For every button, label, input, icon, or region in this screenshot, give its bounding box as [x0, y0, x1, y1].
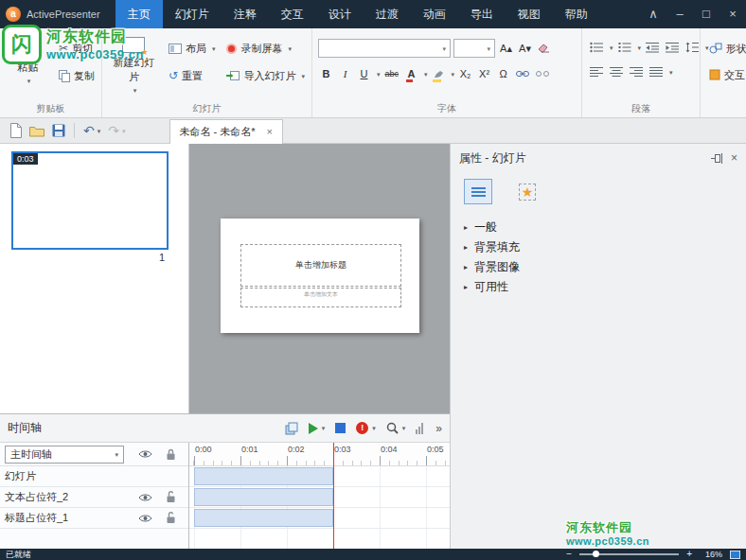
undo-dropdown-icon[interactable]: ▾ — [98, 128, 101, 134]
section-background-fill[interactable]: ▸ 背景填充 — [451, 237, 746, 257]
zoom-slider-thumb[interactable] — [593, 551, 599, 557]
redo-button[interactable]: ↷ ▾ — [104, 119, 129, 142]
tab-design[interactable]: 设计 — [316, 0, 364, 28]
decrease-indent-button[interactable] — [644, 39, 661, 56]
tab-home[interactable]: 主页 — [115, 0, 163, 28]
tab-view[interactable]: 视图 — [506, 0, 553, 28]
import-slides-dropdown-icon[interactable]: ▾ — [301, 73, 305, 79]
align-left-button[interactable] — [588, 63, 605, 80]
track-row-text-placeholder[interactable]: 文本占位符_2 — [0, 487, 188, 508]
underline-button[interactable]: U — [356, 65, 372, 82]
tab-close-icon[interactable]: × — [267, 126, 273, 137]
collapse-ribbon-icon[interactable]: ∧ — [640, 0, 666, 28]
section-background-image[interactable]: ▸ 背景图像 — [451, 257, 746, 277]
font-size-select[interactable]: ▾ — [453, 39, 495, 58]
shapes-button[interactable]: 形状 — [706, 39, 746, 58]
timeline-selector[interactable]: 主时间轴 ▾ — [5, 446, 124, 464]
track-row-slide[interactable]: 幻灯片 — [0, 466, 188, 487]
pin-icon[interactable] — [711, 153, 723, 164]
zoom-dropdown-icon[interactable]: ▾ — [402, 425, 406, 431]
new-slide-dropdown-icon[interactable]: ▾ — [133, 87, 137, 94]
align-right-button[interactable] — [628, 63, 645, 80]
align-center-button[interactable] — [608, 63, 625, 80]
visibility-toggle[interactable] — [133, 514, 158, 523]
new-slide-button[interactable]: ★ 新建幻灯片 ▾ — [108, 32, 160, 102]
fit-to-window-icon[interactable] — [730, 551, 740, 559]
cut-button[interactable]: ✂ 剪切 — [56, 39, 98, 58]
timeline-ruler[interactable]: 0:00 0:01 0:02 0:03 0:04 0:05 — [189, 443, 450, 466]
section-accessibility[interactable]: ▸ 可用性 — [451, 277, 746, 297]
font-family-select[interactable]: ▾ — [318, 39, 451, 58]
tab-export[interactable]: 导出 — [458, 0, 506, 28]
lock-toggle[interactable] — [158, 512, 184, 524]
slide-thumbnail[interactable]: 0:03 — [11, 151, 169, 250]
zoom-in-button[interactable]: + — [686, 550, 692, 559]
title-placeholder[interactable]: 单击增加标题 — [240, 244, 401, 287]
highlight-dropdown-icon[interactable]: ▾ — [452, 71, 455, 78]
layout-dropdown-icon[interactable]: ▾ — [212, 45, 216, 52]
underline-dropdown-icon[interactable]: ▾ — [377, 71, 381, 78]
track-row-title-placeholder[interactable]: 标题占位符_1 — [0, 508, 188, 529]
timeline-clip-slide[interactable] — [194, 467, 333, 485]
bullet-list-button[interactable] — [588, 39, 605, 56]
timeline-clip-text-placeholder[interactable] — [194, 488, 333, 506]
grow-font-button[interactable]: A▴ — [498, 40, 514, 57]
timeline-clip-title-placeholder[interactable] — [194, 509, 333, 527]
reset-button[interactable]: ↺ 重置 — [166, 66, 219, 85]
subscript-button[interactable]: X₂ — [457, 65, 473, 82]
minimize-button[interactable]: – — [666, 0, 693, 28]
paste-button[interactable]: 粘贴 ▾ — [6, 32, 50, 102]
import-slides-button[interactable]: 导入幻灯片 ▾ — [223, 66, 308, 85]
increase-indent-button[interactable] — [664, 39, 681, 56]
play-dropdown-icon[interactable]: ▾ — [322, 425, 326, 431]
symbol-button[interactable]: Ω — [495, 65, 511, 82]
playhead[interactable] — [333, 443, 334, 549]
layout-button[interactable]: 布局 ▾ — [166, 39, 219, 58]
stop-button[interactable] — [333, 423, 347, 433]
slide-editing-area[interactable]: 单击增加标题 单击增加文本 — [221, 219, 419, 333]
record-dropdown-icon[interactable]: ▾ — [372, 425, 376, 431]
tab-interactivity[interactable]: ★ — [513, 179, 542, 204]
copy-button[interactable]: 复制 — [56, 66, 98, 85]
tab-slide-properties[interactable] — [464, 179, 492, 204]
timeline-zoom-button[interactable]: ▾ — [384, 422, 408, 434]
visibility-toggle[interactable] — [133, 493, 158, 502]
section-general[interactable]: ▸ 一般 — [451, 218, 746, 237]
font-color-dropdown-icon[interactable]: ▾ — [424, 71, 428, 78]
save-button[interactable] — [48, 119, 69, 142]
clear-formatting-button[interactable] — [536, 40, 552, 57]
panel-close-icon[interactable]: × — [731, 151, 737, 165]
audio-level-button[interactable] — [414, 423, 425, 434]
bullet-list-dropdown-icon[interactable]: ▾ — [610, 44, 613, 51]
numbered-list-button[interactable] — [616, 39, 633, 56]
play-button[interactable]: ▾ — [307, 423, 328, 434]
document-tab[interactable]: 未命名 - 未命名* × — [169, 119, 284, 144]
open-project-button[interactable] — [26, 119, 48, 142]
text-placeholder[interactable]: 单击增加文本 — [240, 288, 401, 307]
remove-hyperlink-button[interactable] — [534, 65, 551, 82]
more-tools-icon[interactable]: » — [435, 422, 442, 435]
timeline-grid[interactable]: 0:00 0:01 0:02 0:03 0:04 0:05 — [189, 443, 450, 549]
highlight-button[interactable] — [431, 65, 447, 82]
paste-dropdown-icon[interactable]: ▾ — [27, 78, 31, 84]
record-narration-button[interactable]: ! ▾ — [354, 422, 378, 434]
bold-button[interactable]: B — [318, 65, 334, 82]
visibility-column-toggle[interactable] — [133, 449, 158, 459]
zoom-out-button[interactable]: − — [566, 550, 572, 559]
line-spacing-button[interactable] — [684, 39, 701, 56]
close-button[interactable]: × — [719, 0, 746, 28]
tab-slide[interactable]: 幻灯片 — [163, 0, 222, 28]
tab-animations[interactable]: 动画 — [411, 0, 458, 28]
align-justify-button[interactable] — [648, 63, 665, 80]
maximize-button[interactable]: □ — [693, 0, 719, 28]
record-screen-button[interactable]: 录制屏幕 ▾ — [223, 39, 308, 58]
new-project-button[interactable] — [6, 119, 26, 142]
hyperlink-button[interactable] — [514, 65, 531, 82]
alignment-dropdown-icon[interactable]: ▾ — [669, 69, 673, 76]
italic-button[interactable]: I — [337, 65, 353, 82]
tab-help[interactable]: 帮助 — [553, 0, 600, 28]
interactions-button[interactable]: 交互 — [706, 65, 746, 84]
numbered-list-dropdown-icon[interactable]: ▾ — [638, 44, 642, 51]
strikethrough-button[interactable]: abc — [383, 65, 401, 82]
tab-interactions[interactable]: 交互 — [269, 0, 316, 28]
